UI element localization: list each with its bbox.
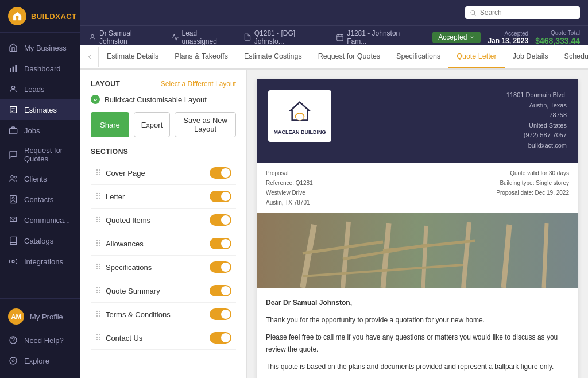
search-box[interactable] — [465, 6, 580, 19]
section-left: ⠿ Cover Page — [95, 168, 145, 178]
allowances-toggle[interactable] — [210, 238, 231, 249]
status-dropdown[interactable]: Accepted — [432, 32, 481, 43]
sidebar-item-my-business[interactable]: My Business — [0, 37, 80, 58]
main-content: Dr Samual Johnston Lead unassigned Q1281… — [80, 0, 588, 378]
tab-plans-takeoffs[interactable]: Plans & Takeoffs — [167, 45, 236, 68]
tab-estimate-details[interactable]: Estimate Details — [99, 45, 167, 68]
letter-toggle[interactable] — [210, 191, 231, 202]
tab-quote-letter[interactable]: Quote Letter — [448, 45, 505, 68]
sidebar-item-rfq[interactable]: Request for Quotes — [0, 141, 80, 168]
section-specifications: ⠿ Specifications — [91, 256, 236, 279]
sidebar-label-contacts: Contacts — [24, 195, 53, 204]
layout-header: LAYOUT Select a Different Layout — [91, 80, 236, 88]
address-line4: United States — [506, 121, 567, 131]
rfq-icon — [8, 149, 18, 160]
avatar: AM — [8, 308, 24, 325]
svg-point-16 — [12, 360, 14, 362]
contact-us-toggle[interactable] — [210, 332, 231, 344]
section-cover-page: ⠿ Cover Page — [91, 161, 236, 185]
sidebar-item-explore[interactable]: Explore — [0, 350, 80, 371]
svg-rect-40 — [257, 213, 578, 288]
share-button[interactable]: Share — [91, 112, 129, 137]
sidebar-item-estimates[interactable]: Estimates — [0, 99, 80, 120]
drag-handle-icon[interactable]: ⠿ — [95, 168, 101, 178]
svg-point-17 — [471, 10, 475, 14]
drag-handle-icon[interactable]: ⠿ — [95, 263, 101, 272]
address-line1: 11801 Doomain Blvd. — [506, 90, 567, 101]
catalog-icon — [8, 236, 18, 246]
tabs-bar: Estimate Details Plans & Takeoffs Estima… — [80, 45, 588, 70]
address-line3: 78758 — [506, 110, 567, 121]
job-icon — [336, 33, 344, 41]
section-left: ⠿ Letter — [95, 192, 125, 201]
sidebar-item-dashboard[interactable]: Dashboard — [0, 58, 80, 79]
tab-estimate-costings[interactable]: Estimate Costings — [236, 45, 310, 68]
status-text: Accepted — [438, 33, 467, 41]
subheader: Dr Samual Johnston Lead unassigned Q1281… — [80, 25, 588, 45]
sidebar-item-jobs[interactable]: Jobs — [0, 120, 80, 141]
construction-svg — [257, 213, 578, 288]
search-input[interactable] — [480, 9, 575, 17]
customise-label: Buildxact Customisable Layout — [91, 95, 236, 104]
layout-panel: LAYOUT Select a Different Layout Buildxa… — [80, 70, 247, 378]
sidebar-label-jobs: Jobs — [24, 126, 40, 135]
section-left: ⠿ Contact Us — [95, 333, 142, 342]
terms-toggle[interactable] — [210, 308, 231, 320]
tab-specifications[interactable]: Specifications — [388, 45, 448, 68]
drag-handle-icon[interactable]: ⠿ — [95, 286, 101, 295]
tab-rfq[interactable]: Request for Quotes — [310, 45, 388, 68]
accepted-info: Accepted Jan 13, 2023 — [488, 30, 528, 45]
proposal-city: Austin, TX 78701 — [266, 198, 313, 207]
sidebar-item-leads[interactable]: Leads — [0, 79, 80, 99]
quoted-items-toggle[interactable] — [210, 214, 231, 226]
drag-handle-icon[interactable]: ⠿ — [95, 239, 101, 248]
quote-document-panel: MACLEAN BUILDING 11801 Doomain Blvd. Aus… — [247, 70, 588, 378]
quote-summary-toggle[interactable] — [210, 285, 231, 296]
customise-text: Buildxact Customisable Layout — [105, 95, 207, 104]
section-name: Contact Us — [106, 334, 142, 342]
sidebar-item-help[interactable]: Need Help? — [0, 330, 80, 350]
integrations-icon — [8, 256, 18, 267]
comm-icon — [8, 215, 18, 225]
help-icon — [8, 335, 18, 345]
sidebar-item-contacts[interactable]: Contacts — [0, 189, 80, 210]
doc-body: Dear Dr Samual Johnston, Thank you for t… — [257, 288, 578, 378]
drag-handle-icon[interactable]: ⠿ — [95, 310, 101, 319]
proposal-info: Proposal Reference: Q1281 Westview Drive… — [266, 168, 313, 207]
client-meta: Dr Samual Johnston — [88, 29, 162, 45]
drag-handle-icon[interactable]: ⠿ — [95, 333, 101, 342]
quote-info: Quote valid for 30 days Building type: S… — [496, 168, 569, 207]
cover-page-toggle[interactable] — [210, 167, 231, 179]
explore-icon — [8, 356, 18, 366]
job-id: J1281 - Johnston Fam... — [347, 29, 421, 45]
sidebar-item-profile[interactable]: AM My Profile — [0, 303, 80, 330]
drag-handle-icon[interactable]: ⠿ — [95, 215, 101, 225]
sidebar-label-rfq: Request for Quotes — [24, 146, 72, 163]
section-contact-us: ⠿ Contact Us — [91, 326, 236, 350]
chart-icon — [8, 63, 18, 74]
sidebar-item-integrations[interactable]: Integrations — [0, 251, 80, 272]
sidebar-item-clients[interactable]: Clients — [0, 168, 80, 189]
sidebar-label-profile: My Profile — [30, 313, 63, 321]
estimates-icon — [8, 105, 18, 115]
drag-handle-icon[interactable]: ⠿ — [95, 192, 101, 201]
tab-job-details[interactable]: Job Details — [505, 45, 556, 68]
tab-schedule[interactable]: Schedule — [556, 45, 588, 68]
svg-point-15 — [10, 357, 17, 364]
specifications-toggle[interactable] — [210, 261, 231, 273]
sidebar-item-catalogs[interactable]: Catalogs — [0, 230, 80, 251]
leads-icon — [8, 84, 18, 94]
section-name: Letter — [106, 192, 125, 201]
sidebar-logo: BUILDXACT — [0, 0, 80, 33]
svg-rect-2 — [15, 65, 17, 72]
save-layout-button[interactable]: Save as New Layout — [175, 112, 236, 137]
sidebar-label-explore: Explore — [24, 357, 49, 365]
export-button[interactable]: Export — [134, 112, 171, 137]
section-letter: ⠿ Letter — [91, 185, 236, 209]
tabs-collapse-button[interactable] — [80, 47, 99, 67]
doc-para1: Thank you for the opportunity to provide… — [266, 314, 569, 326]
select-layout-link[interactable]: Select a Different Layout — [161, 80, 236, 88]
sidebar-item-communications[interactable]: Communica... — [0, 210, 80, 230]
sidebar: BUILDXACT My Business Dashboard Leads — [0, 0, 80, 378]
svg-rect-20 — [337, 34, 343, 40]
